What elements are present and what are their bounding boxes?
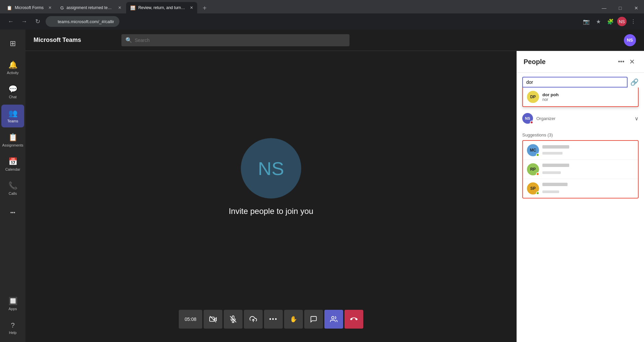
- user-avatar-button[interactable]: NS: [624, 34, 636, 46]
- sidebar-item-chat-label: Chat: [9, 95, 16, 99]
- maximize-button[interactable]: □: [612, 3, 628, 13]
- back-button[interactable]: ←: [5, 16, 16, 27]
- main-content: NS Invite people to join you 05:08: [25, 51, 517, 342]
- people-search-input[interactable]: [522, 77, 628, 88]
- sidebar-item-calendar[interactable]: 📅 Calendar: [1, 153, 24, 176]
- close-window-button[interactable]: ✕: [629, 3, 644, 13]
- panel-close-button[interactable]: ✕: [627, 56, 637, 67]
- activity-icon: 🔔: [8, 61, 17, 69]
- chat-control-button[interactable]: [304, 310, 323, 329]
- end-call-button[interactable]: [344, 310, 363, 329]
- help-icon: ?: [11, 322, 14, 329]
- tab-teams-active[interactable]: 🪟 Review, return, and turn in assign... …: [126, 2, 197, 13]
- raise-hand-button[interactable]: ✋: [284, 310, 303, 329]
- apps-icon: 🔲: [8, 297, 17, 305]
- sidebar-item-activity[interactable]: 🔔 Activity: [1, 56, 24, 79]
- menu-btn[interactable]: ⋮: [628, 16, 639, 27]
- calls-icon: 📞: [8, 181, 17, 190]
- address-bar-row: ← → ↻ 🔒 📷 ★ 🧩 NS ⋮: [0, 13, 644, 30]
- more-icon: •••: [10, 210, 15, 215]
- dropdown-role: nor: [542, 97, 558, 102]
- call-timer: 05:08: [179, 310, 202, 329]
- sidebar-item-apps-grid[interactable]: ⊞: [1, 32, 24, 55]
- chat-icon: 💬: [8, 85, 17, 94]
- suggestion-item-rp[interactable]: RP: [523, 160, 638, 179]
- camera-btn[interactable]: 📷: [581, 16, 592, 27]
- suggestion-info-sp: [542, 182, 568, 194]
- new-tab-button[interactable]: +: [199, 3, 210, 13]
- user-initials: NS: [627, 38, 633, 43]
- dropdown-initials: DP: [530, 95, 536, 99]
- minimize-button[interactable]: —: [596, 3, 612, 13]
- suggestion-item-sp[interactable]: SP: [523, 179, 638, 198]
- dropdown-avatar: DP: [527, 91, 539, 103]
- more-controls-button[interactable]: •••: [264, 310, 283, 329]
- participant-avatar: NS: [241, 138, 301, 198]
- organizer-chevron-button[interactable]: ∨: [635, 115, 639, 122]
- mute-toggle-button[interactable]: [224, 310, 243, 329]
- suggestion-status-sp: [536, 191, 539, 195]
- sidebar-item-chat[interactable]: 💬 Chat: [1, 80, 24, 103]
- call-controls: 05:08: [25, 303, 517, 342]
- title-bar: Microsoft Teams 🔍 NS: [25, 30, 644, 51]
- dropdown-info: dor poh nor: [542, 92, 558, 102]
- dropdown-suggestion-item[interactable]: DP dor poh nor: [523, 88, 638, 106]
- people-panel: People ••• ✕ 🔗 DP dor poh nor: [517, 51, 644, 342]
- apps-grid-icon: ⊞: [10, 39, 16, 48]
- address-container: 🔒: [46, 16, 578, 27]
- share-screen-button[interactable]: [244, 310, 263, 329]
- panel-header: People ••• ✕: [517, 51, 644, 73]
- organizer-row: NS Organizer ∨: [517, 110, 644, 127]
- search-dropdown: DP dor poh nor: [522, 88, 639, 107]
- calendar-icon: 📅: [8, 157, 17, 166]
- suggestion-item-mc[interactable]: MC: [523, 141, 638, 160]
- tab-favicon-google: G: [60, 5, 64, 10]
- suggestion-avatar-mc: MC: [527, 144, 539, 156]
- extensions-btn[interactable]: 🧩: [605, 16, 616, 27]
- organizer-label: Organizer: [536, 116, 631, 121]
- video-toggle-button[interactable]: [204, 310, 222, 329]
- tab-label-forms: Microsoft Forms: [15, 5, 44, 10]
- address-input[interactable]: [46, 16, 119, 27]
- sidebar-item-calls[interactable]: 📞 Calls: [1, 177, 24, 200]
- sidebar-item-apps[interactable]: 🔲 Apps: [1, 292, 24, 315]
- tab-microsoft-forms[interactable]: 📋 Microsoft Forms ✕: [3, 2, 56, 13]
- search-icon: 🔍: [125, 37, 132, 43]
- refresh-button[interactable]: ↻: [32, 16, 43, 27]
- window-controls: — □ ✕: [596, 3, 644, 13]
- suggestions-header: Suggestions (3): [517, 130, 644, 140]
- sidebar: ⊞ 🔔 Activity 💬 Chat 👥 Teams 📋 Assignment…: [0, 30, 25, 342]
- calling-area: NS Invite people to join you: [25, 51, 517, 303]
- suggestion-status-rp: [536, 172, 539, 176]
- organizer-status-dot: [530, 121, 533, 124]
- tab-favicon-teams: 🪟: [130, 5, 136, 10]
- tab-close-teams[interactable]: ✕: [190, 5, 193, 10]
- sidebar-bottom: 🔲 Apps ? Help: [1, 292, 24, 339]
- search-input[interactable]: [135, 38, 345, 43]
- panel-title: People: [524, 58, 616, 66]
- sidebar-item-assignments-label: Assignments: [2, 143, 23, 147]
- sidebar-item-assignments[interactable]: 📋 Assignments: [1, 129, 24, 152]
- sidebar-item-teams[interactable]: 👥 Teams: [1, 105, 24, 127]
- copy-link-button[interactable]: 🔗: [630, 78, 639, 86]
- tab-google[interactable]: G assignment returned teams - Go... ✕: [56, 2, 125, 13]
- sidebar-item-more[interactable]: •••: [1, 201, 24, 224]
- profile-btn[interactable]: NS: [617, 17, 627, 26]
- bookmark-btn[interactable]: ★: [593, 16, 604, 27]
- participant-initials: NS: [258, 158, 284, 179]
- forward-button[interactable]: →: [19, 16, 30, 27]
- suggestion-avatar-sp: SP: [527, 182, 539, 194]
- tab-label-google: assignment returned teams - Go...: [66, 5, 113, 10]
- assignments-icon: 📋: [8, 133, 17, 142]
- panel-more-button[interactable]: •••: [616, 56, 627, 67]
- tab-label-teams: Review, return, and turn in assign...: [138, 5, 185, 10]
- suggestion-initials-sp: SP: [530, 186, 536, 191]
- browser-chrome: 📋 Microsoft Forms ✕ G assignment returne…: [0, 0, 644, 30]
- tab-close-google[interactable]: ✕: [118, 5, 121, 10]
- organizer-initials: NS: [525, 116, 530, 120]
- sidebar-item-calls-label: Calls: [9, 191, 17, 195]
- sidebar-item-help[interactable]: ? Help: [1, 317, 24, 339]
- people-control-button[interactable]: [324, 310, 343, 329]
- tab-close-forms[interactable]: ✕: [48, 5, 52, 10]
- suggestion-info-mc: [542, 145, 569, 156]
